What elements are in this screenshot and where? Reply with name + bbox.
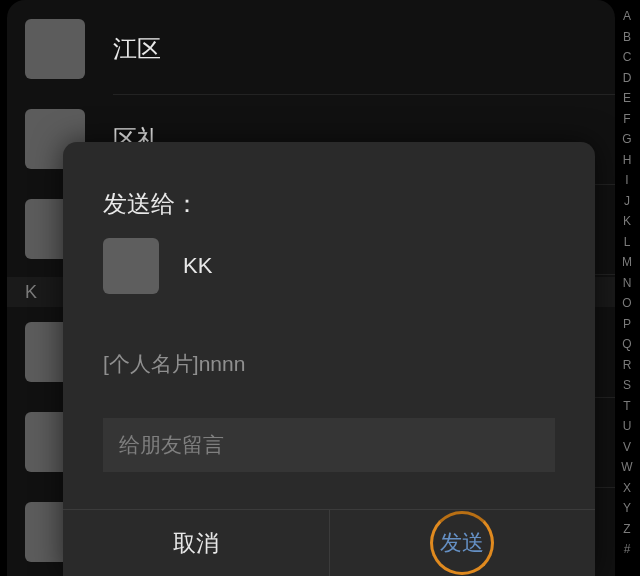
alpha-index-letter[interactable]: H — [620, 150, 634, 171]
alpha-index-letter[interactable]: T — [620, 396, 634, 417]
alpha-index-letter[interactable]: Q — [620, 334, 634, 355]
send-button[interactable]: 发送 — [330, 510, 596, 576]
alpha-index-letter[interactable]: B — [620, 27, 634, 48]
contact-label: 江区 — [113, 33, 161, 65]
alpha-index-letter[interactable]: Y — [620, 498, 634, 519]
alpha-index-letter[interactable]: # — [620, 539, 634, 560]
recipient-row: KK — [103, 238, 212, 294]
card-description: [个人名片]nnnn — [103, 350, 245, 378]
send-label: 发送 — [440, 528, 484, 558]
alpha-index-letter[interactable]: O — [620, 293, 634, 314]
alpha-index-letter[interactable]: J — [620, 191, 634, 212]
section-letter: K — [25, 282, 37, 303]
alpha-index-letter[interactable]: K — [620, 211, 634, 232]
alpha-index-letter[interactable]: R — [620, 355, 634, 376]
alpha-index[interactable]: ABCDEFGHIJKLMNOPQRSTUVWXYZ# — [620, 6, 634, 560]
highlight-ring-icon: 发送 — [430, 511, 494, 575]
alpha-index-letter[interactable]: N — [620, 273, 634, 294]
alpha-index-letter[interactable]: U — [620, 416, 634, 437]
alpha-index-letter[interactable]: L — [620, 232, 634, 253]
alpha-index-letter[interactable]: F — [620, 109, 634, 130]
alpha-index-letter[interactable]: P — [620, 314, 634, 335]
avatar — [103, 238, 159, 294]
cancel-button[interactable]: 取消 — [63, 510, 329, 576]
contact-row[interactable]: 江区 — [7, 4, 615, 94]
alpha-index-letter[interactable]: A — [620, 6, 634, 27]
cancel-label: 取消 — [173, 528, 219, 559]
message-input[interactable] — [103, 418, 555, 472]
alpha-index-letter[interactable]: C — [620, 47, 634, 68]
alpha-index-letter[interactable]: W — [620, 457, 634, 478]
alpha-index-letter[interactable]: I — [620, 170, 634, 191]
alpha-index-letter[interactable]: E — [620, 88, 634, 109]
modal-footer: 取消 发送 — [63, 509, 595, 576]
alpha-index-letter[interactable]: D — [620, 68, 634, 89]
alpha-index-letter[interactable]: M — [620, 252, 634, 273]
alpha-index-letter[interactable]: G — [620, 129, 634, 150]
alpha-index-letter[interactable]: S — [620, 375, 634, 396]
send-modal: 发送给： KK [个人名片]nnnn 取消 发送 — [63, 142, 595, 576]
alpha-index-letter[interactable]: X — [620, 478, 634, 499]
recipient-name: KK — [183, 253, 212, 279]
avatar — [25, 19, 85, 79]
alpha-index-letter[interactable]: Z — [620, 519, 634, 540]
modal-title: 发送给： — [103, 188, 199, 220]
alpha-index-letter[interactable]: V — [620, 437, 634, 458]
